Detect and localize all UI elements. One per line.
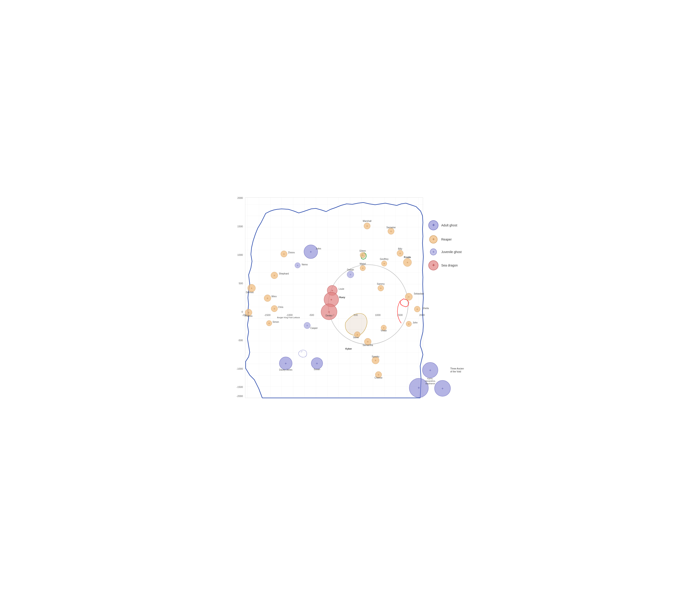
cross-vivian: + bbox=[383, 326, 385, 330]
label-jules: Jules bbox=[316, 247, 321, 250]
label-vivian: Vivian bbox=[380, 329, 387, 332]
cross-samantha: + bbox=[367, 340, 369, 343]
label-billy: Billy bbox=[398, 247, 402, 250]
cross-simon: + bbox=[268, 321, 270, 325]
legend-icon-juvenile-ghost: + bbox=[430, 248, 437, 255]
label-simon: Simon bbox=[273, 321, 279, 323]
cross-alexandros: + bbox=[418, 386, 420, 390]
legend-sea-dragon: + Sea dragon bbox=[428, 260, 461, 270]
label-sammy: Sammy bbox=[377, 283, 385, 285]
label-dewey: Dewey bbox=[326, 314, 333, 317]
label-sheila: Sheila bbox=[422, 307, 429, 310]
x-label-1000: 1000 bbox=[375, 314, 380, 316]
legend: + Adult ghost + Reaper + Juvenile ghost … bbox=[428, 220, 461, 270]
cross-eileen: + bbox=[362, 253, 364, 257]
label-wrex: Wrex bbox=[271, 295, 277, 298]
cross-frodo: + bbox=[406, 261, 408, 264]
label-kyros: Kyros, bbox=[427, 377, 433, 380]
legend-icon-adult-ghost: + bbox=[428, 220, 439, 230]
legend-label-adult-ghost: Adult ghost bbox=[441, 224, 457, 227]
label-louie: Louie bbox=[339, 288, 344, 290]
y-label-2000: 2000 bbox=[238, 197, 243, 199]
label-marshall: Marshall bbox=[363, 220, 371, 222]
x-label-2000: 2000 bbox=[419, 314, 425, 316]
label-susan: Susan bbox=[314, 368, 320, 371]
label-shephard: Shephard bbox=[279, 272, 289, 275]
cross-geoffrey: + bbox=[383, 262, 385, 265]
x-label-neg500: -500 bbox=[309, 314, 314, 316]
label-samwise: Samwise bbox=[386, 226, 396, 229]
x-label-neg1000: -1000 bbox=[286, 314, 293, 316]
label-cheese: Cheese bbox=[375, 376, 382, 379]
legend-label-sea-dragon: Sea dragon bbox=[441, 264, 457, 267]
legend-adult-ghost: + Adult ghost bbox=[428, 220, 461, 230]
cross-louie: + bbox=[331, 289, 333, 292]
label-frodo: Frodo bbox=[404, 256, 411, 259]
legend-label-juvenile-ghost: Juvenile ghost bbox=[441, 250, 461, 254]
y-label-500: 500 bbox=[239, 282, 243, 285]
cross-davey-jones: + bbox=[284, 362, 286, 365]
cross-delilah: + bbox=[350, 273, 351, 276]
cross-marshall: + bbox=[366, 224, 368, 228]
cross-steve: + bbox=[356, 333, 358, 336]
cross-chris: + bbox=[273, 307, 275, 310]
cross-mabel: + bbox=[362, 266, 364, 270]
cross-sammy: + bbox=[380, 286, 382, 290]
cross-stephanos: + bbox=[441, 387, 444, 390]
legend-label-reaper: Reaper bbox=[441, 238, 452, 241]
label-samantha: Samantha bbox=[362, 344, 373, 346]
label-huey: Huey bbox=[339, 296, 346, 298]
cross-sheila: + bbox=[416, 307, 418, 311]
label-three-ancient-2: of the Void bbox=[450, 370, 461, 373]
label-spooky: Spooky bbox=[372, 355, 379, 358]
label-nemo: Nemo bbox=[302, 263, 308, 266]
y-label-1000: 1000 bbox=[238, 254, 243, 256]
label-delilah: Delilah bbox=[347, 268, 354, 271]
cross-billy: + bbox=[399, 252, 401, 255]
cross-samwise: + bbox=[390, 229, 392, 233]
cross-cheese: + bbox=[378, 373, 379, 376]
y-label-neg1500: -1500 bbox=[236, 386, 243, 388]
cross-john: + bbox=[408, 322, 410, 326]
cross-susan: + bbox=[316, 362, 318, 365]
y-label-neg2000: -2000 bbox=[236, 395, 243, 397]
label-three-ancient: Three Ancient Ghosts bbox=[450, 367, 464, 370]
cross-shephard: + bbox=[273, 273, 275, 277]
label-eileen: Eileen bbox=[359, 250, 366, 252]
label-chris: Chris bbox=[278, 306, 283, 308]
cross-zissou: + bbox=[283, 252, 285, 256]
label-geoffrey: Geoffrey bbox=[380, 258, 389, 260]
cross-wrex: + bbox=[267, 296, 269, 300]
cross-nemo: + bbox=[297, 264, 299, 267]
label-phobos: Phobos bbox=[245, 315, 252, 317]
legend-icon-reaper: + bbox=[429, 235, 438, 243]
cross-casper: + bbox=[306, 324, 308, 327]
label-davey-jones: Davey Jones bbox=[279, 369, 292, 371]
cross-huey: + bbox=[330, 298, 332, 302]
x-label-neg1500: -1500 bbox=[264, 314, 271, 316]
legend-icon-sea-dragon: + bbox=[428, 260, 439, 270]
label-john: John bbox=[412, 321, 418, 324]
label-mabel: Mabel bbox=[359, 263, 366, 265]
cross-dewey: + bbox=[328, 310, 330, 314]
cross-jules: + bbox=[310, 250, 312, 254]
legend-juvenile-ghost: + Juvenile ghost bbox=[428, 248, 461, 255]
cross-deimos: + bbox=[251, 286, 252, 290]
label-bkfl: Burger King Foot Lettuce bbox=[277, 316, 300, 319]
cross-spooky: + bbox=[375, 359, 376, 362]
y-label-neg500: -500 bbox=[238, 339, 243, 342]
cross-kyros: + bbox=[429, 368, 431, 372]
legend-reaper: + Reaper bbox=[428, 235, 461, 243]
label-zissou: Zissou bbox=[288, 251, 295, 254]
label-steve: Steve bbox=[353, 336, 359, 339]
y-label-neg1000: -1000 bbox=[236, 367, 243, 370]
chart-container: 2000 1500 1000 500 0 -500 -1000 -1500 -2… bbox=[236, 193, 464, 409]
label-kyber: Kyber bbox=[346, 347, 352, 350]
label-alexandros: Alexandros, bbox=[425, 380, 436, 382]
cross-sebastian: + bbox=[408, 295, 410, 298]
y-label-1500: 1500 bbox=[238, 225, 243, 228]
label-stephanos: Stephanos bbox=[425, 383, 435, 385]
cross-phobos: + bbox=[248, 311, 250, 314]
label-deimos: Deimos bbox=[246, 291, 254, 294]
y-label-0: 0 bbox=[242, 310, 243, 313]
